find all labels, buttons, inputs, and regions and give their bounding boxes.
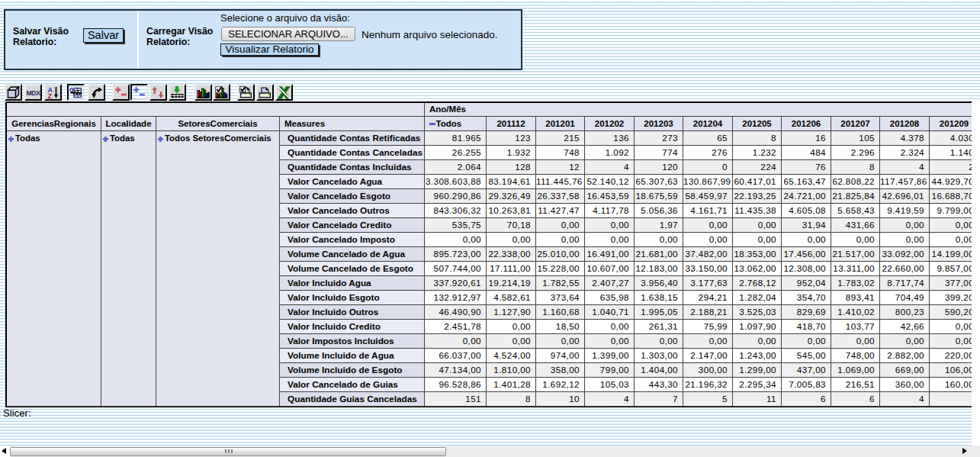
svg-text:MDX: MDX [27, 89, 41, 97]
svg-text:Z: Z [47, 92, 52, 99]
